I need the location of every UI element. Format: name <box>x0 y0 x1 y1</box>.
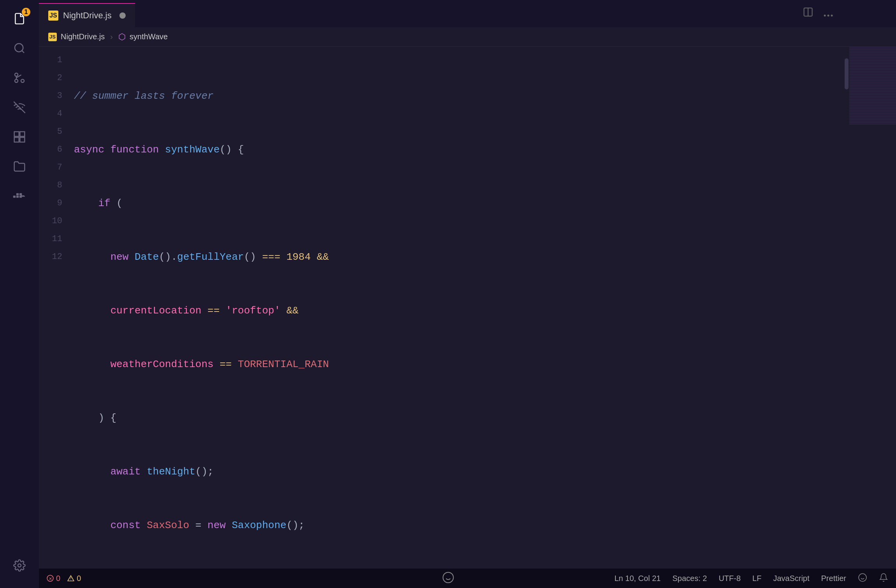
minimap <box>849 47 896 124</box>
top-right-toolbar <box>803 0 842 27</box>
svg-rect-11 <box>16 196 19 198</box>
code-line-1: // summer lasts forever <box>74 87 896 105</box>
code-line-4: new Date().getFullYear() === 1984 && <box>74 248 896 266</box>
sidebar-item-search[interactable] <box>8 37 31 60</box>
sidebar-item-no-wifi[interactable] <box>8 96 31 119</box>
svg-point-19 <box>828 14 829 16</box>
sidebar-item-settings[interactable] <box>8 554 31 577</box>
split-editor-icon[interactable] <box>803 7 814 21</box>
sidebar-item-files[interactable]: 1 <box>8 7 31 30</box>
svg-rect-9 <box>20 137 25 142</box>
status-spaces[interactable]: Spaces: 2 <box>672 574 707 583</box>
comment-token: // summer lasts forever <box>74 87 214 105</box>
activity-bar: 1 <box>0 0 39 588</box>
svg-rect-6 <box>14 132 19 136</box>
files-badge: 1 <box>22 8 30 16</box>
svg-text:!: ! <box>70 577 72 581</box>
breadcrumb-filename[interactable]: NightDrive.js <box>61 32 105 41</box>
sidebar-item-source-control[interactable] <box>8 66 31 89</box>
svg-point-15 <box>18 564 21 567</box>
svg-rect-13 <box>16 193 19 195</box>
code-line-5: currentLocation == 'rooftop' && <box>74 302 896 320</box>
sidebar-item-docker[interactable] <box>8 184 31 208</box>
svg-rect-7 <box>20 132 25 136</box>
status-line-col[interactable]: Ln 10, Col 21 <box>614 574 661 583</box>
tab-bar: JS NightDrive.js <box>39 0 896 27</box>
breadcrumb-func-icon: ⬡ <box>118 32 126 42</box>
status-bar: ✕ 0 ! 0 Ln 10, Col 21 Spaces: 2 UTF-8 LF… <box>39 569 896 588</box>
svg-rect-10 <box>13 196 16 198</box>
tab-js-icon: JS <box>48 10 58 21</box>
scrollbar-thumb[interactable] <box>845 58 849 89</box>
status-formatter[interactable]: Prettier <box>821 574 846 583</box>
code-editor[interactable]: // summer lasts forever async function s… <box>70 47 896 569</box>
center-icon <box>442 571 454 586</box>
code-line-6: weatherConditions == TORRENTIAL_RAIN <box>74 355 896 373</box>
breadcrumb-js-icon: JS <box>48 33 57 41</box>
svg-point-3 <box>15 73 18 76</box>
svg-text:✕: ✕ <box>49 576 52 581</box>
status-right: Ln 10, Col 21 Spaces: 2 UTF-8 LF JavaScr… <box>614 573 888 584</box>
status-smiley-icon[interactable] <box>858 573 867 584</box>
breadcrumb: JS NightDrive.js › ⬡ synthWave <box>39 27 896 47</box>
breadcrumb-func-name[interactable]: synthWave <box>130 32 168 41</box>
svg-point-0 <box>15 44 23 52</box>
breadcrumb-sep: › <box>110 32 113 41</box>
tab-nightdrive[interactable]: JS NightDrive.js <box>39 3 135 27</box>
line-numbers: 1 2 3 4 5 6 7 8 9 10 11 12 <box>39 47 70 569</box>
svg-line-1 <box>22 51 24 53</box>
svg-rect-8 <box>14 137 19 142</box>
svg-point-20 <box>831 14 833 16</box>
status-warnings[interactable]: ! 0 <box>67 574 81 583</box>
sidebar-item-explorer[interactable] <box>8 155 31 178</box>
status-left: ✕ 0 ! 0 <box>47 574 81 583</box>
svg-point-18 <box>824 14 826 16</box>
tab-modified-dot <box>119 12 126 19</box>
status-language[interactable]: JavaScript <box>773 574 809 583</box>
sidebar-item-extensions[interactable] <box>8 125 31 149</box>
editor-content[interactable]: 1 2 3 4 5 6 7 8 9 10 11 12 // summer las… <box>39 47 896 569</box>
status-bell-icon[interactable] <box>879 573 888 584</box>
status-errors[interactable]: ✕ 0 <box>47 574 60 583</box>
svg-point-4 <box>15 79 18 82</box>
editor-container: JS NightDrive.js JS NightDrive.js › ⬡ s <box>39 0 896 588</box>
code-line-9: const SaxSolo = new Saxophone(); <box>74 516 896 534</box>
status-encoding[interactable]: UTF-8 <box>719 574 741 583</box>
code-line-7: ) { <box>74 409 896 427</box>
more-actions-icon[interactable] <box>823 8 834 20</box>
tab-filename: NightDrive.js <box>63 10 112 21</box>
svg-point-2 <box>21 79 24 82</box>
svg-point-26 <box>859 574 866 581</box>
code-line-3: if ( <box>74 194 896 212</box>
code-line-8: await theNight(); <box>74 463 896 481</box>
scrollbar-track[interactable] <box>844 47 849 569</box>
code-line-2: async function synthWave() { <box>74 141 896 159</box>
status-eol[interactable]: LF <box>752 574 761 583</box>
